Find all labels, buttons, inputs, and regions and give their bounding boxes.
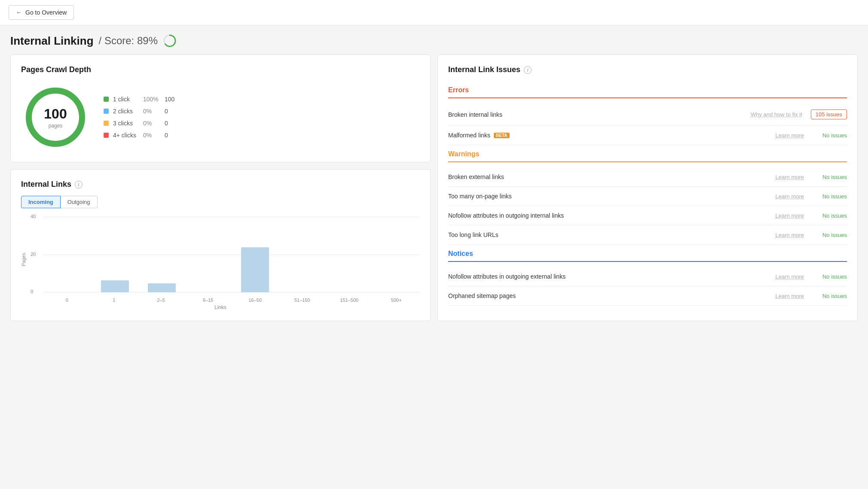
legend-label-0: 1 click xyxy=(113,96,139,103)
tab-row: Incoming Outgoing xyxy=(21,196,420,208)
legend-count-0: 100 xyxy=(165,96,174,103)
issue-name-0-1: Malformed linksBETA xyxy=(448,132,776,139)
legend-label-3: 4+ clicks xyxy=(113,132,139,139)
issue-name-2-0: Nofollow attributes in outgoing external… xyxy=(448,273,776,280)
arrow-left-icon: ← xyxy=(16,9,22,16)
main-content: Pages Crawl Depth 100 pages 1 click 100 xyxy=(0,55,868,331)
issue-link-2-0[interactable]: Learn more xyxy=(776,273,804,280)
top-bar: ← Go to Overview xyxy=(0,0,868,25)
issue-link-0-1[interactable]: Learn more xyxy=(776,132,804,139)
legend-pct-0: 100% xyxy=(143,96,160,103)
x-label-1: 1 xyxy=(91,298,138,303)
bar-chart: Pages 40 20 0 xyxy=(21,217,420,303)
donut-center: 100 pages xyxy=(44,106,67,129)
divider-notices xyxy=(448,261,847,262)
legend-item-0: 1 click 100% 100 xyxy=(104,96,174,103)
legend-label-1: 2 clicks xyxy=(113,108,139,115)
bar-1 xyxy=(101,280,129,292)
issue-name-1-2: Nofollow attributes in outgoing internal… xyxy=(448,212,776,219)
issue-name-0-0: Broken internal links xyxy=(448,111,751,118)
issue-status-0-0[interactable]: 105 issues xyxy=(811,109,847,119)
issues-panel-info-icon[interactable]: i xyxy=(524,66,532,74)
score-circle-icon xyxy=(163,34,177,48)
issues-panel-title-text: Internal Link Issues xyxy=(448,65,520,74)
legend-dot-2 xyxy=(104,121,109,126)
issue-link-0-0[interactable]: Why and how to fix it xyxy=(751,111,802,118)
issue-name-1-3: Too long link URLs xyxy=(448,231,776,238)
issues-section-warnings: WarningsBroken external linksLearn moreN… xyxy=(448,145,847,245)
x-label-4: 16–50 xyxy=(232,298,279,303)
divider-warnings xyxy=(448,161,847,162)
issue-status-1-3: No issues xyxy=(813,232,847,238)
issue-row-0-0: Broken internal linksWhy and how to fix … xyxy=(448,103,847,126)
issue-row-1-1: Too many on-page linksLearn moreNo issue… xyxy=(448,187,847,206)
legend-count-2: 0 xyxy=(165,120,168,127)
bar-2 xyxy=(148,283,176,292)
issue-row-1-2: Nofollow attributes in outgoing internal… xyxy=(448,206,847,225)
x-labels: 012–56–1516–5051–150151–500500+ xyxy=(43,298,420,303)
issue-link-1-1[interactable]: Learn more xyxy=(776,193,804,200)
legend-count-1: 0 xyxy=(165,108,168,115)
issues-sections: ErrorsBroken internal linksWhy and how t… xyxy=(448,81,847,306)
legend-pct-2: 0% xyxy=(143,120,160,127)
issue-status-2-1: No issues xyxy=(813,293,847,299)
bars-container xyxy=(43,217,420,292)
chart-area: 40 20 0 012–56–1516–5051–150151 xyxy=(30,217,420,303)
beta-badge: BETA xyxy=(494,133,509,138)
issue-name-1-0: Broken external links xyxy=(448,173,776,180)
left-column: Pages Crawl Depth 100 pages 1 click 100 xyxy=(10,55,431,321)
issues-panel: Internal Link Issues i ErrorsBroken inte… xyxy=(437,55,858,321)
page-title: Internal Linking xyxy=(10,34,94,48)
issues-section-errors: ErrorsBroken internal linksWhy and how t… xyxy=(448,81,847,145)
page-header: Internal Linking / Score: 89% xyxy=(0,25,868,55)
issue-status-1-2: No issues xyxy=(813,213,847,219)
section-label-errors: Errors xyxy=(448,81,847,97)
issue-link-1-3[interactable]: Learn more xyxy=(776,232,804,238)
issue-status-1-1: No issues xyxy=(813,193,847,200)
legend-dot-0 xyxy=(104,97,109,102)
legend-dot-3 xyxy=(104,133,109,138)
issue-link-1-0[interactable]: Learn more xyxy=(776,174,804,180)
back-button-label: Go to Overview xyxy=(25,9,67,16)
page-score: / Score: 89% xyxy=(99,35,158,47)
x-label-5: 51–150 xyxy=(279,298,326,303)
tab-incoming[interactable]: Incoming xyxy=(21,196,61,208)
donut-section: 100 pages 1 click 100% 100 2 clicks 0% 0… xyxy=(21,83,420,152)
donut-chart: 100 pages xyxy=(21,83,90,152)
internal-links-title-row: Internal Links i xyxy=(21,180,420,189)
legend-pct-3: 0% xyxy=(143,132,160,139)
internal-links-card: Internal Links i Incoming Outgoing Pages… xyxy=(10,169,431,321)
issue-name-1-1: Too many on-page links xyxy=(448,193,776,200)
issue-row-2-0: Nofollow attributes in outgoing external… xyxy=(448,267,847,286)
section-label-notices: Notices xyxy=(448,245,847,261)
bar-4 xyxy=(241,247,269,292)
issue-row-2-1: Orphaned sitemap pagesLearn moreNo issue… xyxy=(448,286,847,306)
tab-outgoing[interactable]: Outgoing xyxy=(61,196,98,208)
x-label-0: 0 xyxy=(43,298,91,303)
x-label-3: 6–15 xyxy=(185,298,232,303)
x-label-6: 151–500 xyxy=(326,298,373,303)
bar-group-1 xyxy=(92,280,139,292)
legend-item-3: 4+ clicks 0% 0 xyxy=(104,132,174,139)
x-label-7: 500+ xyxy=(373,298,420,303)
legend-item-2: 3 clicks 0% 0 xyxy=(104,120,174,127)
legend-item-1: 2 clicks 0% 0 xyxy=(104,108,174,115)
issue-name-2-1: Orphaned sitemap pages xyxy=(448,292,776,299)
section-label-warnings: Warnings xyxy=(448,145,847,161)
crawl-depth-title: Pages Crawl Depth xyxy=(21,65,420,74)
issue-link-2-1[interactable]: Learn more xyxy=(776,293,804,299)
legend-dot-1 xyxy=(104,109,109,114)
issue-status-0-1: No issues xyxy=(813,132,847,139)
issue-status-2-0: No issues xyxy=(813,273,847,280)
divider-errors xyxy=(448,97,847,98)
donut-number: 100 xyxy=(44,106,67,122)
x-axis-title: Links xyxy=(21,304,420,310)
issue-row-1-0: Broken external linksLearn moreNo issues xyxy=(448,167,847,187)
legend-label-2: 3 clicks xyxy=(113,120,139,127)
issues-panel-title: Internal Link Issues i xyxy=(448,65,847,74)
internal-links-info-icon[interactable]: i xyxy=(75,181,83,188)
issue-row-0-1: Malformed linksBETALearn moreNo issues xyxy=(448,126,847,145)
back-button[interactable]: ← Go to Overview xyxy=(9,5,74,20)
issue-link-1-2[interactable]: Learn more xyxy=(776,213,804,219)
issue-status-1-0: No issues xyxy=(813,174,847,180)
